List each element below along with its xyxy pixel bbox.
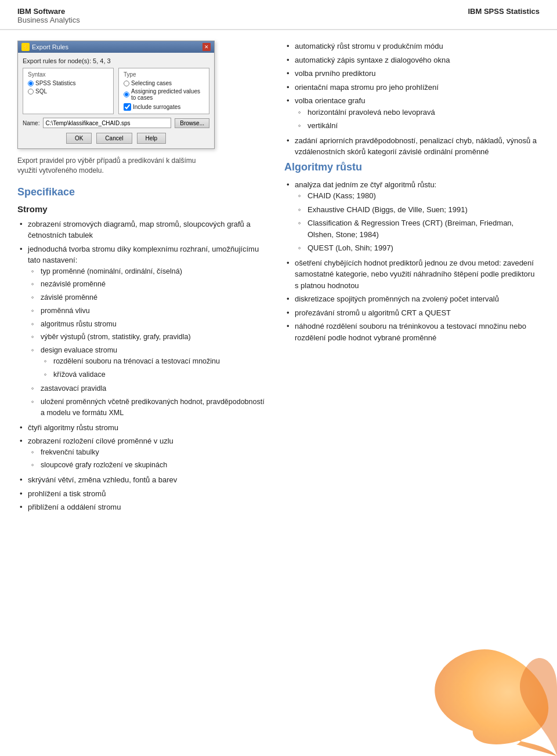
name-input[interactable] (43, 118, 171, 128)
design-sub-list: rozdělení souboru na trénovací a testova… (41, 356, 267, 380)
ok-button[interactable]: OK (66, 133, 92, 144)
header-left: IBM Software Business Analytics (17, 7, 80, 24)
list-item: automatický růst stromu v produkčním mód… (284, 41, 540, 52)
dialog-icon: ⚡ (21, 43, 30, 51)
list-item: zadání apriorních pravděpodobností, pena… (284, 135, 540, 158)
list-item: nezávislé proměnné (28, 279, 267, 290)
list-item: jednoduchá tvorba stromu díky komplexním… (17, 243, 267, 419)
zobrazeni-sub-list: frekvenční tabulky sloupcové grafy rozlo… (28, 447, 267, 471)
list-item: čtyři algoritmy růstu stromu (17, 422, 267, 434)
nastaveni-sub-list: typ proměnné (nominální, ordinální, číse… (28, 266, 267, 419)
list-item: typ proměnné (nominální, ordinální, číse… (28, 266, 267, 277)
assigning-predicted-label: Assigning predicted values to cases (131, 88, 204, 101)
top-right-bullet-list: automatický růst stromu v produkčním mód… (284, 41, 540, 158)
ibm-software-label: IBM Software (17, 7, 80, 16)
list-item: prořezávání stromů u algoritmů CRT a QUE… (284, 307, 540, 319)
syntax-panel: Syntax SPSS Statistics SQL (23, 68, 114, 114)
list-item: ošetření chybějících hodnot prediktorů j… (284, 257, 540, 292)
dialog-panels: Syntax SPSS Statistics SQL Type (23, 68, 209, 114)
browse-button[interactable]: Browse... (175, 118, 209, 128)
cancel-button[interactable]: Cancel (96, 133, 132, 144)
dialog-body: Export rules for node(s): 5, 4, 3 Syntax… (18, 53, 214, 148)
list-item: rozdělení souboru na trénovací a testova… (41, 356, 267, 367)
list-item: volba orientace grafu horizontální pravo… (284, 95, 540, 132)
selecting-cases-label: Selecting cases (131, 80, 172, 86)
algoritmy-sub-list: CHAID (Kass; 1980) Exhaustive CHAID (Big… (295, 190, 540, 254)
list-item: CHAID (Kass; 1980) (295, 190, 540, 202)
sql-label: SQL (35, 88, 47, 94)
list-item: závislé proměnné (28, 292, 267, 303)
spss-statistics-radio[interactable]: SPSS Statistics (28, 80, 108, 86)
list-item: zastavovací pravidla (28, 383, 267, 394)
decorative-swirl (429, 628, 557, 756)
type-panel: Type Selecting cases Assigning predicted… (118, 68, 209, 114)
selecting-cases-radio[interactable]: Selecting cases (124, 80, 204, 86)
list-item: křížová validace (41, 369, 267, 380)
dialog-title-text: Export Rules (32, 43, 68, 50)
list-item: analýza dat jedním ze čtyř algoritmů růs… (284, 179, 540, 254)
list-item: orientační mapa stromu pro jeho prohlíže… (284, 82, 540, 93)
syntax-panel-title: Syntax (28, 71, 108, 78)
list-item: náhodné rozdělení souboru na tréninkovou… (284, 321, 540, 343)
list-item: sloupcové grafy rozložení ve skupinách (28, 460, 267, 471)
assigning-predicted-radio[interactable]: Assigning predicted values to cases (124, 88, 204, 101)
spss-statistics-label: SPSS Statistics (35, 80, 75, 86)
list-item: frekvenční tabulky (28, 447, 267, 458)
list-item: vertikální (295, 120, 540, 132)
list-item: skrývání větví, změna vzhledu, fontů a b… (17, 474, 267, 486)
help-button[interactable]: Help (137, 133, 167, 144)
list-item: algoritmus růstu stromu (28, 319, 267, 330)
list-item: Exhaustive CHAID (Biggs, de Ville, Suen;… (295, 204, 540, 216)
page-header: IBM Software Business Analytics IBM SPSS… (0, 0, 557, 30)
right-column: automatický růst stromu v produkčním mód… (284, 41, 540, 517)
list-item: výběr výstupů (strom, statistiky, grafy,… (28, 332, 267, 343)
ibm-spss-label: IBM SPSS Statistics (468, 7, 540, 16)
list-item: QUEST (Loh, Shih; 1997) (295, 242, 540, 254)
list-item: horizontální pravolevá nebo levopravá (295, 107, 540, 118)
list-item: diskretizace spojitých proměnných na zvo… (284, 293, 540, 305)
list-item: automatický zápis syntaxe z dialogového … (284, 54, 540, 66)
list-item: prohlížení a tisk stromů (17, 488, 267, 500)
dialog-close-button[interactable]: ✕ (202, 43, 211, 51)
dialog-titlebar: ⚡ Export Rules ✕ (18, 41, 214, 53)
stromy-heading: Stromy (17, 204, 267, 214)
list-item: volba prvního prediktoru (284, 68, 540, 79)
specifikace-heading: Specifikace (17, 186, 267, 198)
list-item: zobrazení stromových diagramů, map strom… (17, 219, 267, 241)
list-item: přiblížení a oddálení stromu (17, 501, 267, 513)
dialog-name-row: Name: Browse... (23, 118, 209, 128)
algoritmy-bullet-list: analýza dat jedním ze čtyř algoritmů růs… (284, 179, 540, 344)
dialog-caption: Export pravidel pro výběr případů a pred… (17, 156, 215, 176)
sql-radio[interactable]: SQL (28, 88, 108, 94)
stromy-bullet-list: zobrazení stromových diagramů, map strom… (17, 219, 267, 513)
type-panel-title: Type (124, 71, 204, 78)
list-item: zobrazení rozložení cílové proměnné v uz… (17, 435, 267, 471)
list-item: uložení proměnných včetně predikovaných … (28, 397, 267, 419)
business-analytics-label: Business Analytics (17, 16, 80, 24)
export-rules-dialog: ⚡ Export Rules ✕ Export rules for node(s… (17, 41, 215, 149)
algoritmy-heading: Algoritmy růstu (284, 161, 540, 173)
dialog-action-buttons: OK Cancel Help (23, 133, 209, 144)
dialog-title-left: ⚡ Export Rules (21, 43, 68, 51)
dialog-for-nodes: Export rules for node(s): 5, 4, 3 (23, 57, 209, 64)
list-item: proměnná vlivu (28, 306, 267, 317)
list-item: Classification & Regression Trees (CRT) … (295, 217, 540, 240)
include-surrogates-label: Include surrogates (133, 104, 180, 110)
list-item: design evaluace stromu rozdělení souboru… (28, 345, 267, 380)
name-label: Name: (23, 120, 39, 126)
include-surrogates-checkbox[interactable]: Include surrogates (124, 103, 204, 111)
left-column: ⚡ Export Rules ✕ Export rules for node(s… (17, 41, 267, 517)
main-content: ⚡ Export Rules ✕ Export rules for node(s… (0, 30, 557, 528)
orientace-sub-list: horizontální pravolevá nebo levopravá ve… (295, 107, 540, 132)
